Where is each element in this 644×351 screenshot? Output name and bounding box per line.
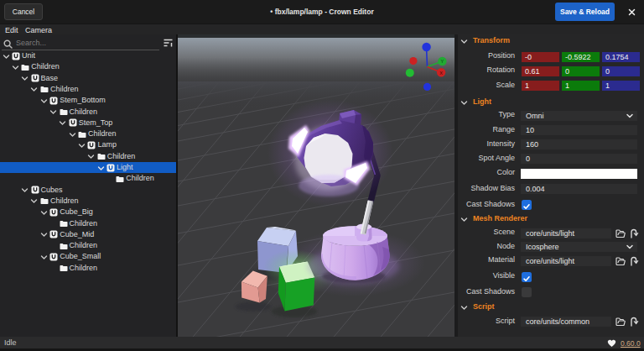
svg-text:Y: Y — [441, 59, 444, 64]
svg-text:X: X — [439, 71, 443, 76]
